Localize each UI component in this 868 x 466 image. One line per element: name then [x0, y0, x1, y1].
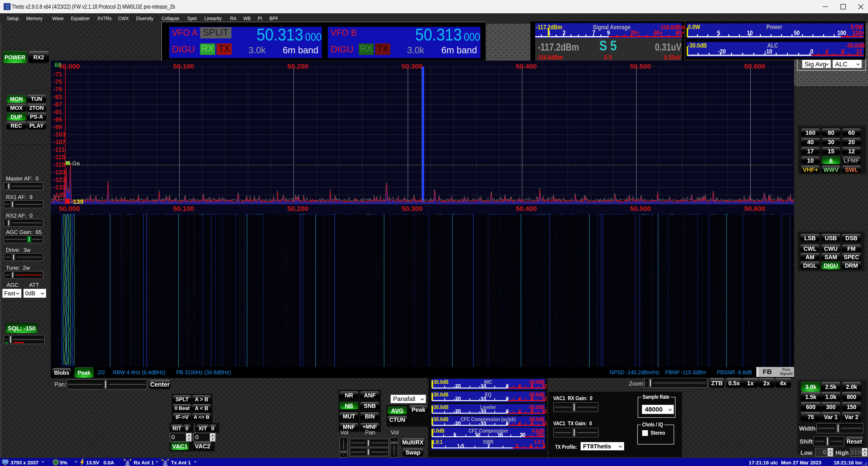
svg-text:THE: THE — [5, 5, 9, 7]
svg-text:TIS: TIS — [6, 7, 8, 9]
